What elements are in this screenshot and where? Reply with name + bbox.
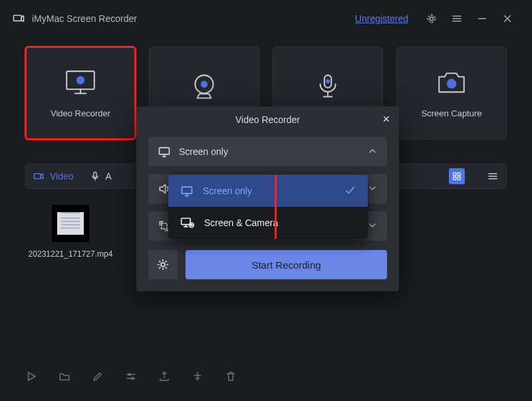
app-logo-icon xyxy=(12,12,25,25)
svg-rect-23 xyxy=(458,173,460,176)
check-icon xyxy=(344,184,356,198)
tab-video[interactable]: Video xyxy=(33,170,74,182)
svg-point-18 xyxy=(447,78,457,88)
gear-icon xyxy=(156,258,170,271)
app-title: iMyMac Screen Recorder xyxy=(32,13,137,24)
file-item[interactable]: 20231221_171727.mp4 xyxy=(31,205,110,260)
file-thumbnail xyxy=(52,205,89,242)
dropdown-option-label: Screen & Camera xyxy=(204,217,278,228)
svg-rect-38 xyxy=(162,223,167,229)
svg-rect-22 xyxy=(454,173,456,176)
trash-icon[interactable] xyxy=(225,370,237,382)
svg-rect-35 xyxy=(160,148,170,154)
source-select-label: Screen only xyxy=(179,146,228,157)
settings-gear-icon[interactable] xyxy=(426,13,438,25)
tab-audio[interactable]: A xyxy=(90,171,112,182)
play-icon[interactable] xyxy=(25,370,37,382)
mode-card-video-recorder[interactable]: Video Recorder xyxy=(25,47,136,140)
svg-rect-24 xyxy=(454,177,456,180)
tab-video-label: Video xyxy=(50,171,74,182)
monitor-icon xyxy=(158,145,171,158)
record-settings-button[interactable] xyxy=(148,250,178,279)
dropdown-option-label: Screen only xyxy=(203,186,252,196)
start-recording-button[interactable]: Start Recording xyxy=(186,250,387,279)
dropdown-option-screen-camera[interactable]: Screen & Camera xyxy=(168,207,368,239)
folder-icon[interactable] xyxy=(59,370,70,382)
svg-point-13 xyxy=(201,81,207,88)
close-icon[interactable] xyxy=(501,13,513,25)
video-recorder-icon xyxy=(64,68,97,96)
mode-card-screen-capture[interactable]: Screen Capture xyxy=(396,47,507,140)
monitor-camera-icon xyxy=(180,216,195,229)
webcam-icon xyxy=(188,73,221,101)
microphone-icon xyxy=(311,73,344,101)
view-list-button[interactable] xyxy=(486,170,499,183)
source-select[interactable]: Screen only xyxy=(148,137,387,166)
dropdown-option-screen-only[interactable]: Screen only xyxy=(168,175,368,207)
svg-rect-19 xyxy=(34,174,41,179)
edit-icon[interactable] xyxy=(92,370,104,382)
view-grid-button[interactable] xyxy=(449,168,465,184)
svg-rect-43 xyxy=(182,218,191,224)
camera-icon xyxy=(435,68,468,96)
svg-rect-40 xyxy=(182,187,192,194)
file-name: 20231221_171727.mp4 xyxy=(29,249,113,260)
mode-label: Screen Capture xyxy=(421,108,481,118)
bottom-toolbar xyxy=(25,370,237,382)
modal-title: Video Recorder xyxy=(235,114,300,125)
source-dropdown: Screen only Screen & Camera xyxy=(168,175,368,239)
svg-marker-29 xyxy=(29,372,36,380)
mode-label: Video Recorder xyxy=(51,108,110,118)
modal-close-icon[interactable]: × xyxy=(382,113,390,125)
minimize-icon[interactable] xyxy=(476,13,488,25)
svg-rect-0 xyxy=(14,15,22,21)
tab-audio-label: A xyxy=(106,171,112,182)
start-recording-label: Start Recording xyxy=(251,259,321,271)
share-icon[interactable] xyxy=(192,370,203,382)
monitor-icon xyxy=(180,184,194,198)
titlebar: iMyMac Screen Recorder Unregistered xyxy=(0,0,532,37)
svg-rect-25 xyxy=(458,177,460,180)
modal-header: Video Recorder × xyxy=(136,106,399,133)
export-icon[interactable] xyxy=(158,370,170,382)
svg-point-1 xyxy=(430,17,433,20)
chevron-up-icon xyxy=(367,146,378,158)
svg-point-39 xyxy=(161,263,165,267)
chevron-down-icon xyxy=(367,220,378,233)
svg-rect-20 xyxy=(94,172,96,178)
chevron-down-icon xyxy=(367,183,378,196)
svg-point-11 xyxy=(76,76,84,84)
svg-point-47 xyxy=(191,224,193,226)
svg-point-17 xyxy=(326,80,330,84)
sliders-icon[interactable] xyxy=(125,370,137,382)
menu-hamburger-icon[interactable] xyxy=(451,13,463,25)
unregistered-link[interactable]: Unregistered xyxy=(355,13,408,24)
